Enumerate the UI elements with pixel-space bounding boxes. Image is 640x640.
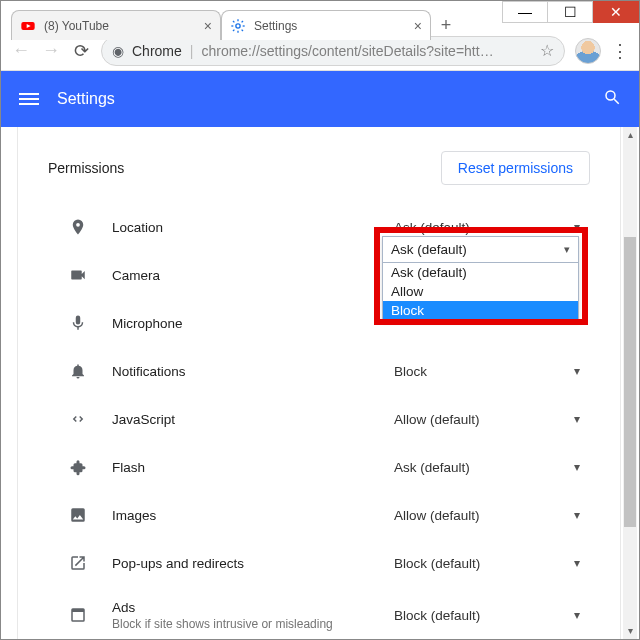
svg-point-10: [606, 91, 615, 100]
tab-title: (8) YouTube: [44, 19, 196, 33]
tab-title: Settings: [254, 19, 406, 33]
omnibox-url: chrome://settings/content/siteDetails?si…: [201, 43, 532, 59]
permission-row-flash: Flash Ask (default): [48, 443, 590, 491]
close-icon[interactable]: ×: [204, 18, 212, 34]
notifications-select[interactable]: Block: [384, 356, 590, 386]
window-titlebar: (8) YouTube × Settings × + — ☐ ✕: [1, 1, 639, 31]
close-icon[interactable]: ×: [414, 18, 422, 34]
permission-row-javascript: JavaScript Allow (default): [48, 395, 590, 443]
browser-tab-youtube[interactable]: (8) YouTube ×: [11, 10, 221, 40]
reload-button[interactable]: ⟳: [71, 40, 91, 62]
permissions-title: Permissions: [48, 160, 441, 176]
camera-dropdown-selected[interactable]: Ask (default): [383, 237, 578, 263]
window-close-button[interactable]: ✕: [593, 1, 639, 23]
camera-option-block[interactable]: Block: [383, 301, 578, 320]
browser-tab-settings[interactable]: Settings ×: [221, 10, 431, 40]
scroll-up-arrow[interactable]: ▴: [623, 127, 637, 143]
reset-permissions-button[interactable]: Reset permissions: [441, 151, 590, 185]
image-icon: [66, 506, 90, 524]
window-controls: — ☐ ✕: [503, 1, 639, 23]
javascript-select[interactable]: Allow (default): [384, 404, 590, 434]
scrollbar-thumb[interactable]: [624, 237, 636, 527]
hamburger-menu-icon[interactable]: [19, 90, 39, 108]
bookmark-star-icon[interactable]: ☆: [540, 41, 554, 60]
settings-header: Settings: [1, 71, 639, 127]
camera-icon: [66, 266, 90, 284]
page-title: Settings: [57, 90, 603, 108]
overflow-menu-icon[interactable]: ⋮: [611, 40, 629, 62]
svg-rect-13: [72, 609, 84, 612]
permission-row-ads: AdsBlock if site shows intrusive or misl…: [48, 587, 590, 639]
ads-icon: [66, 606, 90, 624]
svg-point-1: [236, 23, 240, 27]
address-bar[interactable]: ◉ Chrome | chrome://settings/content/sit…: [101, 36, 565, 66]
svg-line-11: [614, 99, 619, 104]
tab-strip: (8) YouTube × Settings × +: [11, 6, 461, 40]
svg-line-7: [242, 29, 243, 30]
window-minimize-button[interactable]: —: [502, 1, 548, 23]
scroll-down-arrow[interactable]: ▾: [623, 623, 637, 639]
permission-row-images: Images Allow (default): [48, 491, 590, 539]
popup-icon: [66, 554, 90, 572]
bell-icon: [66, 362, 90, 380]
svg-line-9: [242, 21, 243, 22]
permission-row-popups: Pop-ups and redirects Block (default): [48, 539, 590, 587]
search-icon[interactable]: [603, 88, 621, 111]
camera-option-allow[interactable]: Allow: [383, 282, 578, 301]
microphone-icon: [66, 314, 90, 332]
images-select[interactable]: Allow (default): [384, 500, 590, 530]
youtube-icon: [20, 18, 36, 34]
code-icon: [66, 410, 90, 428]
omnibox-label: Chrome: [132, 43, 182, 59]
svg-line-8: [233, 29, 234, 30]
svg-line-6: [233, 21, 234, 22]
new-tab-button[interactable]: +: [431, 10, 461, 40]
location-icon: [66, 218, 90, 236]
chrome-icon: ◉: [112, 43, 124, 59]
ads-select[interactable]: Block (default): [384, 600, 590, 630]
camera-dropdown-open[interactable]: Ask (default) Ask (default) Allow Block: [382, 236, 579, 321]
camera-option-ask[interactable]: Ask (default): [383, 263, 578, 282]
profile-avatar[interactable]: [575, 38, 601, 64]
puzzle-icon: [66, 458, 90, 476]
vertical-scrollbar[interactable]: ▴ ▾: [623, 127, 637, 639]
flash-select[interactable]: Ask (default): [384, 452, 590, 482]
permission-row-notifications: Notifications Block: [48, 347, 590, 395]
forward-button[interactable]: →: [41, 40, 61, 61]
permissions-panel: Permissions Reset permissions Location A…: [17, 127, 621, 639]
window-maximize-button[interactable]: ☐: [547, 1, 593, 23]
back-button[interactable]: ←: [11, 40, 31, 61]
gear-icon: [230, 18, 246, 34]
popups-select[interactable]: Block (default): [384, 548, 590, 578]
